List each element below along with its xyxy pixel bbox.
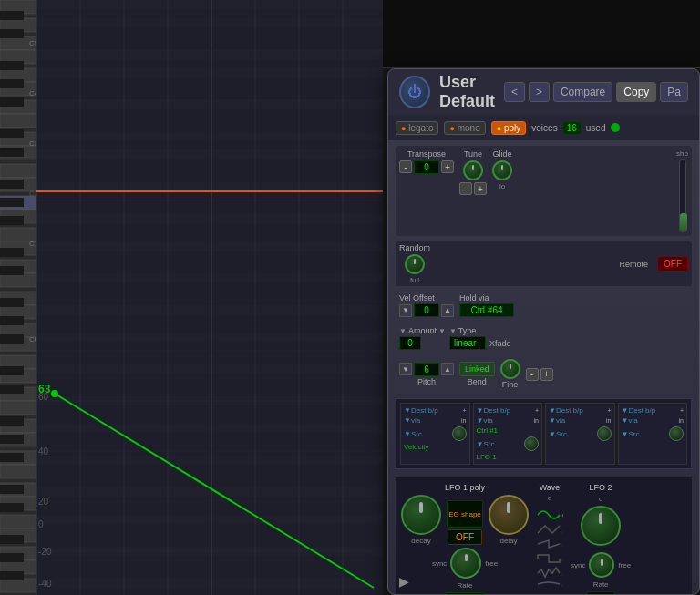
svg-rect-49 bbox=[0, 266, 24, 275]
svg-rect-42 bbox=[0, 97, 24, 107]
lfo2-o-label: o bbox=[599, 495, 602, 503]
fine-plus[interactable]: + bbox=[540, 368, 553, 381]
lfo1-free-label: free bbox=[485, 559, 498, 568]
mod-matrix: ▼Dest b/p + ▼via in ▼Src Velocity ▼Dest … bbox=[396, 398, 692, 469]
svg-rect-90 bbox=[36, 579, 383, 588]
transpose-minus-btn[interactable]: - bbox=[399, 160, 412, 173]
type-arrow: ▼ bbox=[449, 327, 457, 335]
compare-button[interactable]: Compare bbox=[553, 82, 612, 102]
mod-col-3: ▼Dest b/p + ▼via in ▼Src bbox=[545, 403, 615, 465]
pitch-label: Pitch bbox=[417, 377, 436, 386]
lfo-section: LFO 1 poly decay EG shape OFF bbox=[396, 477, 692, 595]
svg-text:C3: C3 bbox=[29, 139, 36, 148]
svg-text:C0: C0 bbox=[29, 335, 36, 344]
svg-rect-37 bbox=[0, 579, 36, 592]
fine-label: Fine bbox=[502, 380, 519, 389]
mod-knob-2[interactable] bbox=[524, 436, 539, 451]
mod-knob-3[interactable] bbox=[597, 426, 612, 441]
svg-rect-11 bbox=[0, 164, 36, 178]
synth-header: ⏻ User Default < > Compare Copy Pa bbox=[388, 69, 699, 115]
vel-offset-display: 0 bbox=[414, 303, 439, 317]
svg-rect-30 bbox=[0, 465, 36, 478]
voices-label: voices bbox=[531, 123, 557, 133]
legato-button[interactable]: ● legato bbox=[396, 121, 438, 135]
synth-body: Transpose - 0 + Tune - + Glide bbox=[388, 140, 699, 595]
transpose-plus-btn[interactable]: + bbox=[441, 160, 454, 173]
svg-rect-86 bbox=[36, 456, 383, 465]
lfo2-sync-label: sync bbox=[571, 561, 585, 569]
mod-knob-4[interactable] bbox=[669, 426, 684, 441]
svg-rect-69 bbox=[36, 0, 383, 595]
svg-rect-71 bbox=[36, 18, 383, 27]
grid-svg bbox=[36, 0, 383, 595]
paste-button[interactable]: Pa bbox=[660, 82, 688, 102]
lfo1-sync-label: sync bbox=[432, 559, 447, 568]
mod-knob-1[interactable] bbox=[452, 426, 467, 441]
lfo1-decay-knob[interactable] bbox=[401, 495, 441, 535]
glide-knob[interactable] bbox=[492, 160, 512, 180]
svg-rect-58 bbox=[0, 485, 24, 494]
y-label-0: 0 bbox=[38, 519, 44, 529]
svg-text:C1: C1 bbox=[29, 240, 36, 248]
lfo1-delay-knob[interactable] bbox=[489, 495, 529, 535]
svg-text:C4: C4 bbox=[29, 89, 36, 97]
y-label-60: 60 bbox=[38, 392, 48, 402]
fine-knob[interactable] bbox=[500, 359, 520, 379]
vel-offset-down[interactable]: ▼ bbox=[399, 304, 412, 317]
svg-rect-52 bbox=[0, 334, 24, 344]
remote-button[interactable]: OFF bbox=[657, 256, 688, 272]
svg-rect-48 bbox=[0, 248, 24, 257]
wave-selector: ● ○ ○ ○ ○ ○ bbox=[534, 504, 565, 595]
synth-panel: ⏻ User Default < > Compare Copy Pa ● leg… bbox=[387, 68, 700, 595]
y-label-neg20: -20 bbox=[38, 547, 51, 557]
svg-rect-56 bbox=[0, 435, 24, 444]
lfo2-rate-knob[interactable] bbox=[589, 552, 614, 578]
random-knob[interactable] bbox=[405, 254, 425, 274]
xfade-amount-display: 0 bbox=[399, 336, 421, 350]
svg-rect-82 bbox=[36, 333, 383, 342]
lfo1-rate-label: Rate bbox=[458, 581, 473, 590]
svg-text:○: ○ bbox=[561, 528, 563, 537]
lfo1-rate-knob[interactable] bbox=[450, 548, 481, 579]
pitch-up[interactable]: ▲ bbox=[441, 363, 454, 375]
svg-rect-81 bbox=[36, 305, 383, 314]
svg-rect-80 bbox=[36, 273, 383, 282]
svg-rect-46 bbox=[0, 198, 24, 207]
power-button[interactable]: ⏻ bbox=[399, 76, 430, 108]
pitch-down[interactable]: ▼ bbox=[399, 363, 412, 375]
poly-label: poly bbox=[504, 123, 520, 133]
nav-next-button[interactable]: > bbox=[529, 82, 550, 102]
lfo2-main-knob[interactable] bbox=[581, 506, 621, 546]
poly-button[interactable]: ● poly bbox=[491, 121, 527, 135]
nav-prev-button[interactable]: < bbox=[504, 82, 525, 102]
bottom-arrow[interactable]: ▶ bbox=[399, 574, 409, 589]
svg-rect-18 bbox=[0, 273, 36, 287]
vel-offset-up[interactable]: ▲ bbox=[441, 304, 454, 317]
nav-buttons: < > Compare Copy Pa bbox=[504, 82, 688, 102]
fine-minus[interactable]: - bbox=[526, 368, 539, 381]
tune-plus-btn[interactable]: + bbox=[474, 182, 487, 195]
lfo2-title: LFO 2 bbox=[590, 483, 612, 492]
svg-text:○: ○ bbox=[561, 556, 563, 564]
mod-col-1: ▼Dest b/p + ▼via in ▼Src Velocity bbox=[400, 403, 470, 465]
svg-text:○: ○ bbox=[561, 581, 563, 590]
lfo1-delay-label: delay bbox=[499, 537, 517, 545]
vel-offset-label: Vel Offset bbox=[399, 293, 454, 303]
wave-section: Wave o bbox=[534, 483, 565, 595]
svg-rect-54 bbox=[0, 385, 24, 394]
svg-rect-72 bbox=[36, 50, 383, 59]
preset-name: User Default bbox=[439, 73, 495, 111]
copy-button[interactable]: Copy bbox=[616, 82, 656, 102]
wave-o-label: o bbox=[548, 494, 551, 502]
svg-rect-76 bbox=[36, 150, 383, 159]
lfo2-rate-display: DC bbox=[586, 591, 615, 595]
tune-knob[interactable] bbox=[463, 160, 483, 180]
lfo1-eg-state: OFF bbox=[448, 529, 482, 545]
piano-roll: // Will be drawn inline bbox=[0, 0, 383, 595]
used-label: used bbox=[586, 123, 606, 133]
mod-col1-dest: ▼Dest b/p bbox=[404, 406, 438, 415]
mono-button[interactable]: ● mono bbox=[444, 121, 485, 135]
lfo1-eg-display: EG shape bbox=[447, 500, 483, 528]
linked-button[interactable]: Linked bbox=[459, 362, 495, 376]
tune-minus-btn[interactable]: - bbox=[459, 182, 472, 195]
